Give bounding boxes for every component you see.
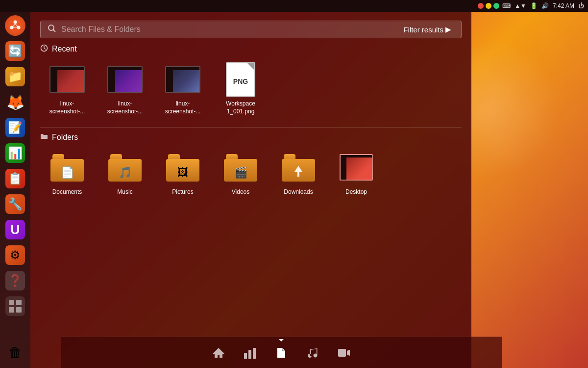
search-area: Filter results ▶ (30, 21, 471, 38)
sidebar-item-trash[interactable]: 🗑 (3, 341, 27, 364)
sidebar-item-software[interactable]: 🔧 (3, 192, 27, 216)
folder-item-pictures[interactable]: 🖼 Pictures (156, 146, 210, 200)
folder-item-desktop[interactable]: Desktop (329, 146, 383, 200)
svg-rect-17 (338, 349, 346, 357)
sidebar-item-settings[interactable]: ⚙ (3, 243, 27, 267)
pictures-folder-icon: 🖼 (165, 150, 200, 185)
bottom-tab-video[interactable] (334, 343, 354, 363)
svg-rect-6 (9, 307, 14, 313)
svg-rect-7 (16, 307, 22, 313)
section-divider (40, 127, 462, 128)
sidebar-item-update-manager[interactable]: 🔄 (3, 39, 27, 63)
recent-label: Recent (52, 45, 77, 53)
sidebar-item-impress[interactable]: 📋 (3, 167, 27, 190)
firefox-icon: 🦊 (5, 92, 25, 112)
close-button[interactable] (478, 3, 484, 9)
folder-item-music[interactable]: 🎵 Music (98, 146, 152, 200)
calc-icon: 📊 (5, 143, 25, 163)
downloads-folder-icon (281, 150, 316, 185)
svg-rect-5 (16, 300, 22, 305)
trash-icon: 🗑 (5, 342, 25, 362)
file-label-2: linux-screenshot-... (100, 100, 149, 115)
volume-icon: 🔊 (541, 2, 549, 9)
window-controls[interactable] (475, 3, 499, 9)
folder-item-documents[interactable]: 📄 Documents (40, 146, 94, 200)
bottom-tab-music[interactable] (303, 343, 322, 363)
topbar-right: ⌨ ▲▼ 🔋 🔊 7:42 AM ⏻ (502, 2, 584, 9)
window-spread-icon (5, 296, 25, 316)
dash-panel: Filter results ▶ Recent (30, 12, 471, 368)
svg-rect-4 (9, 300, 14, 305)
software-icon: 🔧 (5, 194, 25, 214)
svg-rect-14 (244, 353, 247, 359)
pictures-label: Pictures (172, 188, 193, 196)
sidebar-item-ubuntu[interactable] (3, 14, 27, 37)
recent-section-header: Recent (40, 44, 462, 54)
uget-icon: U (5, 220, 25, 239)
recent-file-item[interactable]: linux-screenshot-... (156, 58, 210, 119)
music-label: Music (117, 188, 132, 196)
svg-point-1 (14, 21, 17, 24)
folder-item-videos[interactable]: 🎬 Videos (214, 146, 268, 200)
videos-folder-icon: 🎬 (223, 150, 258, 185)
impress-icon: 📋 (5, 169, 25, 188)
clock: 7:42 AM (553, 2, 574, 9)
sidebar-item-firefox[interactable]: 🦊 (3, 90, 27, 114)
topbar: ⌨ ▲▼ 🔋 🔊 7:42 AM ⏻ (0, 0, 588, 12)
sidebar-item-files[interactable]: 📁 (3, 65, 27, 88)
file-label-3: linux-screenshot-... (158, 100, 207, 115)
sidebar-item-unknown[interactable]: ❓ (3, 269, 27, 292)
bottom-tab-files[interactable] (271, 343, 291, 363)
update-manager-icon: 🔄 (5, 41, 25, 61)
music-folder-icon: 🎵 (107, 150, 143, 185)
power-icon: ⏻ (578, 2, 584, 9)
svg-point-8 (49, 25, 54, 30)
sidebar-item-calc[interactable]: 📊 (3, 141, 27, 165)
svg-line-12 (44, 49, 46, 50)
network-icon: ▲▼ (514, 2, 526, 9)
svg-marker-18 (347, 350, 350, 356)
recent-file-item-png[interactable]: PNG Workspace 1_001.png (214, 58, 268, 119)
screenshot-icon-3 (165, 62, 200, 97)
keyboard-icon: ⌨ (502, 2, 511, 9)
sidebar: 🔄 📁 🦊 📝 📊 📋 🔧 (0, 12, 30, 368)
downloads-label: Downloads (284, 188, 313, 196)
sidebar-item-uget[interactable]: U (3, 218, 27, 241)
search-input[interactable] (61, 25, 454, 34)
png-file-icon: PNG (223, 62, 258, 97)
unknown-icon: ❓ (5, 271, 25, 290)
folders-section-header: Folders (40, 132, 462, 142)
screenshot-icon-1 (49, 62, 85, 97)
folders-label: Folders (52, 133, 78, 142)
bottom-bar (61, 337, 502, 368)
maximize-button[interactable] (493, 3, 499, 9)
desktop-folder-icon (339, 150, 374, 185)
recent-file-item[interactable]: linux-screenshot-... (40, 58, 94, 119)
videos-label: Videos (232, 188, 249, 196)
svg-line-9 (53, 30, 56, 32)
documents-folder-icon: 📄 (49, 150, 85, 185)
clock-icon (40, 44, 48, 54)
svg-marker-13 (294, 166, 302, 177)
filter-results-button[interactable]: Filter results ▶ (403, 25, 451, 34)
sidebar-item-writer[interactable]: 📝 (3, 116, 27, 139)
file-label-png: Workspace 1_001.png (216, 100, 265, 115)
recent-files-grid: linux-screenshot-... linux-screenshot-..… (40, 58, 462, 119)
documents-label: Documents (52, 188, 82, 196)
writer-icon: 📝 (5, 118, 25, 137)
bottom-tab-apps[interactable] (240, 343, 260, 363)
files-icon: 📁 (5, 67, 25, 86)
screenshot-icon-2 (107, 62, 143, 97)
svg-rect-16 (253, 348, 256, 359)
search-icon (48, 24, 56, 35)
filter-arrow-icon: ▶ (445, 25, 451, 34)
bottom-tab-home[interactable] (209, 343, 228, 363)
folders-grid: 📄 Documents 🎵 Music 🖼 (40, 146, 462, 200)
settings-icon: ⚙ (5, 245, 25, 265)
desktop-label: Desktop (345, 188, 367, 196)
minimize-button[interactable] (486, 3, 491, 9)
recent-file-item[interactable]: linux-screenshot-... (98, 58, 152, 119)
sidebar-item-window-spread[interactable] (3, 294, 27, 318)
folder-item-downloads[interactable]: Downloads (271, 146, 325, 200)
search-bar: Filter results ▶ (40, 21, 462, 38)
